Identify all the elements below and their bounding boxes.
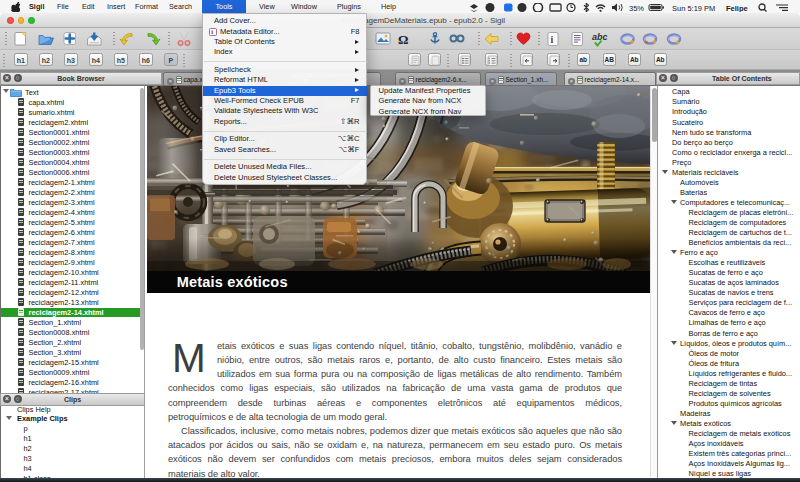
svg-text:i: i	[551, 34, 554, 45]
svg-text:Felipe: Felipe	[726, 3, 748, 12]
svg-text:i: i	[211, 28, 213, 35]
svg-text:Ω: Ω	[398, 32, 408, 47]
svg-text:35%: 35%	[629, 3, 644, 12]
svg-text:abc: abc	[592, 32, 608, 42]
svg-text:Sun 5:19 PM: Sun 5:19 PM	[672, 3, 715, 12]
